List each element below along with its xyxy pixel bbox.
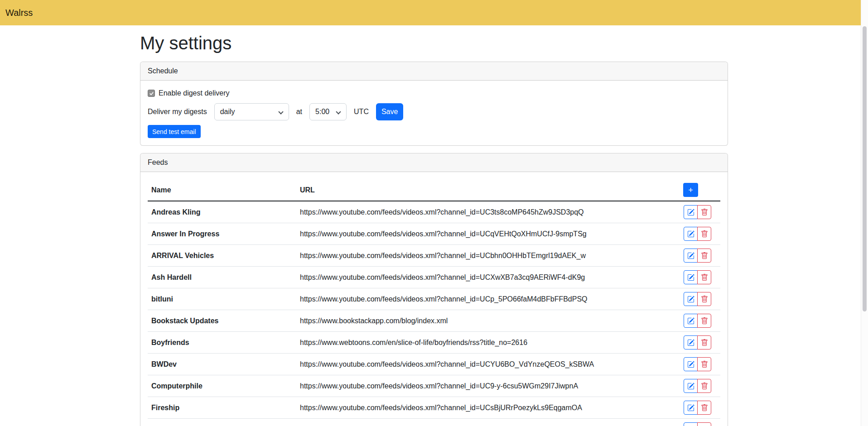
edit-feed-button[interactable]	[684, 292, 698, 306]
scrollbar[interactable]	[861, 0, 868, 426]
pencil-square-icon	[687, 404, 694, 412]
feeds-card-body: Name URL + Andreas Kling https://www.you…	[140, 172, 728, 426]
edit-feed-button[interactable]	[684, 270, 698, 284]
feed-name: Game Theory	[148, 419, 296, 426]
column-header-url: URL	[296, 179, 652, 201]
enable-digest-label[interactable]: Enable digest delivery	[159, 89, 230, 97]
edit-feed-button[interactable]	[684, 314, 698, 328]
app-brand[interactable]: Walrss	[5, 8, 33, 18]
send-test-email-button[interactable]: Send test email	[148, 125, 201, 138]
edit-feed-button[interactable]	[684, 401, 698, 415]
scrollbar-thumb[interactable]	[863, 26, 867, 311]
trash-icon	[701, 317, 708, 325]
delete-feed-button[interactable]	[697, 379, 711, 393]
feed-actions	[684, 379, 711, 393]
edit-feed-button[interactable]	[684, 357, 698, 371]
feed-url: https://www.youtube.com/feeds/videos.xml…	[296, 288, 652, 310]
feed-url: https://www.youtube.com/feeds/videos.xml…	[296, 419, 652, 426]
table-row: Computerphile https://www.youtube.com/fe…	[148, 375, 720, 397]
at-label: at	[296, 108, 302, 116]
feeds-table: Name URL + Andreas Kling https://www.you…	[148, 179, 720, 426]
edit-feed-button[interactable]	[684, 422, 698, 426]
pencil-square-icon	[687, 317, 694, 325]
pencil-square-icon	[687, 339, 694, 346]
feed-url: https://www.youtube.com/feeds/videos.xml…	[296, 223, 652, 245]
feed-url: https://www.youtube.com/feeds/videos.xml…	[296, 201, 652, 223]
delete-feed-button[interactable]	[697, 249, 711, 263]
delete-feed-button[interactable]	[697, 292, 711, 306]
table-row: BWDev https://www.youtube.com/feeds/vide…	[148, 354, 720, 375]
pencil-square-icon	[687, 296, 694, 303]
time-select[interactable]: 5:00	[309, 103, 347, 120]
feed-actions	[684, 205, 711, 219]
trash-icon	[701, 230, 708, 238]
feed-name: BWDev	[148, 354, 296, 375]
column-header-name: Name	[148, 179, 296, 201]
pencil-square-icon	[687, 361, 694, 368]
delete-feed-button[interactable]	[697, 401, 711, 415]
page-title: My settings	[140, 33, 728, 53]
feed-actions	[684, 401, 711, 415]
delete-feed-button[interactable]	[697, 314, 711, 328]
feed-url: https://www.youtube.com/feeds/videos.xml…	[296, 397, 652, 419]
delete-feed-button[interactable]	[697, 422, 711, 426]
pencil-square-icon	[687, 209, 694, 216]
delete-feed-button[interactable]	[697, 227, 711, 241]
table-row: Answer In Progress https://www.youtube.c…	[148, 223, 720, 245]
trash-icon	[701, 404, 708, 412]
frequency-selected-value: daily	[220, 108, 235, 116]
delete-feed-button[interactable]	[697, 270, 711, 284]
pencil-square-icon	[687, 383, 694, 390]
table-row: bitluni https://www.youtube.com/feeds/vi…	[148, 288, 720, 310]
time-selected-value: 5:00	[315, 108, 329, 116]
feed-actions	[684, 314, 711, 328]
edit-feed-button[interactable]	[684, 227, 698, 241]
frequency-select[interactable]: daily	[214, 103, 289, 120]
feed-name: Boyfriends	[148, 332, 296, 354]
table-header-row: Name URL +	[148, 179, 720, 201]
delete-feed-button[interactable]	[697, 205, 711, 219]
feed-name: Andreas Kling	[148, 201, 296, 223]
table-row: ARRIVAL Vehicles https://www.youtube.com…	[148, 245, 720, 267]
edit-feed-button[interactable]	[684, 379, 698, 393]
check-icon	[149, 91, 154, 96]
pencil-square-icon	[687, 252, 694, 259]
feed-actions	[684, 270, 711, 284]
enable-digest-checkbox[interactable]	[148, 90, 155, 97]
table-row: Fireship https://www.youtube.com/feeds/v…	[148, 397, 720, 419]
main-content: My settings Schedule Enable digest deliv…	[140, 33, 728, 426]
feeds-card-header: Feeds	[140, 153, 728, 172]
deliver-digests-label: Deliver my digests	[148, 108, 207, 116]
table-row: Boyfriends https://www.webtoons.com/en/s…	[148, 332, 720, 354]
feed-actions	[684, 357, 711, 371]
feed-actions	[684, 227, 711, 241]
feed-url: https://www.bookstackapp.com/blog/index.…	[296, 310, 652, 332]
add-feed-button[interactable]: +	[683, 183, 698, 197]
schedule-card-body: Enable digest delivery Deliver my digest…	[140, 81, 728, 145]
trash-icon	[701, 383, 708, 390]
feed-actions	[684, 335, 711, 349]
edit-feed-button[interactable]	[684, 249, 698, 263]
feed-actions	[684, 292, 711, 306]
feed-name: Answer In Progress	[148, 223, 296, 245]
trash-icon	[701, 296, 708, 303]
edit-feed-button[interactable]	[684, 335, 698, 349]
chevron-down-icon	[278, 109, 283, 114]
feed-name: Computerphile	[148, 375, 296, 397]
trash-icon	[701, 361, 708, 368]
feed-url: https://www.youtube.com/feeds/videos.xml…	[296, 354, 652, 375]
delete-feed-button[interactable]	[697, 357, 711, 371]
save-button[interactable]: Save	[376, 103, 403, 120]
edit-feed-button[interactable]	[684, 205, 698, 219]
pencil-square-icon	[687, 230, 694, 238]
feed-url: https://www.youtube.com/feeds/videos.xml…	[296, 375, 652, 397]
table-row: Ash Hardell https://www.youtube.com/feed…	[148, 267, 720, 288]
feed-url: https://www.youtube.com/feeds/videos.xml…	[296, 245, 652, 267]
schedule-card-header: Schedule	[140, 62, 728, 81]
chevron-down-icon	[336, 109, 341, 114]
delete-feed-button[interactable]	[697, 335, 711, 349]
feed-url: https://www.youtube.com/feeds/videos.xml…	[296, 267, 652, 288]
trash-icon	[701, 339, 708, 346]
trash-icon	[701, 209, 708, 216]
timezone-label: UTC	[354, 108, 369, 116]
